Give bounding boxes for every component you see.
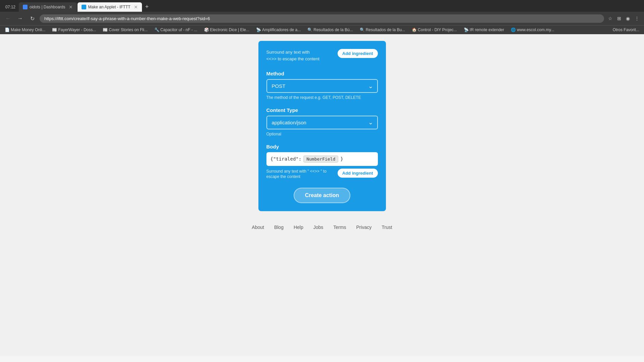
body-label: Body bbox=[266, 144, 378, 149]
method-hint: The method of the request e.g. GET, POST… bbox=[266, 95, 378, 101]
method-label: Method bbox=[266, 71, 378, 76]
body-note-escape: <<>> bbox=[310, 169, 319, 174]
bookmark-1[interactable]: 📄 Make Money Onli... bbox=[3, 27, 47, 33]
body-section: Body {"tiraled": NumberField } Surround … bbox=[266, 144, 378, 180]
bookmark8-label: Resultados de la Bu... bbox=[366, 27, 405, 32]
tab1-close-icon[interactable]: ✕ bbox=[69, 4, 73, 10]
bookmark9-favicon: 🏠 bbox=[412, 27, 416, 32]
tab2-label: Make an Applet - IFTTT bbox=[88, 5, 131, 9]
bookmark-2[interactable]: 📰 FayerWayer - Doss... bbox=[51, 27, 97, 33]
bookmark2-label: FayerWayer - Doss... bbox=[58, 27, 96, 32]
bookmark7-favicon: 🔍 bbox=[307, 27, 312, 32]
footer-link-help[interactable]: Help bbox=[294, 225, 303, 230]
bookmark7-label: Resultados de la Bú... bbox=[313, 27, 353, 32]
browser-chrome: 07:12 oidots | Dashboards ✕ Make an Appl… bbox=[0, 0, 644, 34]
bookmarks-bar: 📄 Make Money Onli... 📰 FayerWayer - Doss… bbox=[0, 25, 644, 34]
footer-link-privacy[interactable]: Privacy bbox=[356, 225, 371, 230]
body-input-wrapper[interactable]: {"tiraled": NumberField } bbox=[266, 152, 378, 166]
tab2-favicon bbox=[82, 5, 86, 9]
bookmark11-label: www.escol.com.my... bbox=[517, 27, 554, 32]
body-suffix: } bbox=[340, 156, 343, 162]
toolbar-actions: ☆ ⊞ ◉ ⋮ bbox=[607, 14, 641, 22]
tab-2[interactable]: Make an Applet - IFTTT ✕ bbox=[78, 2, 142, 12]
content-type-label: Content Type bbox=[266, 107, 378, 113]
top-note-escape: <<>> bbox=[266, 56, 277, 61]
body-ingredient-tag: NumberField bbox=[303, 156, 338, 163]
bookmark6-label: Amplificadores de a... bbox=[262, 27, 301, 32]
bookmark6-favicon: 📡 bbox=[256, 27, 261, 32]
bookmark11-favicon: 🌐 bbox=[511, 27, 515, 32]
add-ingredient-top-button[interactable]: Add ingredient bbox=[338, 49, 378, 58]
browser-tabs: 07:12 oidots | Dashboards ✕ Make an Appl… bbox=[0, 0, 644, 12]
tab1-favicon bbox=[23, 5, 28, 9]
method-section: Method GET POST PUT DELETE PATCH ⌄ The m… bbox=[266, 71, 378, 101]
bookmark9-label: Control - DIY Projec... bbox=[418, 27, 457, 32]
bookmark1-favicon: 📄 bbox=[5, 27, 9, 32]
content-type-hint: Optional bbox=[266, 131, 378, 137]
more-bookmarks-label: Otros Favorit... bbox=[613, 27, 639, 32]
bookmark5-label: Electronic Dice | Ele... bbox=[210, 27, 249, 32]
body-prefix: {"tiraled": bbox=[270, 156, 302, 162]
body-note-line1: Surround any text with " bbox=[266, 169, 309, 174]
reload-button[interactable]: ↻ bbox=[28, 14, 37, 23]
bookmark5-favicon: 🎲 bbox=[204, 27, 209, 32]
footer-link-jobs[interactable]: Jobs bbox=[313, 225, 324, 230]
body-note-row: Surround any text with " <<>> " to escap… bbox=[266, 169, 378, 180]
bookmark3-label: Cover Stories on Fli... bbox=[109, 27, 147, 32]
bookmark4-label: Capacitor uf - nF - ... bbox=[160, 27, 197, 32]
content-type-select-wrapper: application/json application/x-www-form-… bbox=[266, 116, 378, 129]
tab-1[interactable]: oidots | Dashboards ✕ bbox=[19, 2, 77, 12]
bookmark3-favicon: 📰 bbox=[103, 27, 107, 32]
bookmark-star-icon[interactable]: ☆ bbox=[607, 14, 614, 22]
browser-time: 07:12 bbox=[3, 3, 18, 11]
bookmark10-favicon: 📡 bbox=[464, 27, 468, 32]
bookmark-6[interactable]: 📡 Amplificadores de a... bbox=[255, 27, 302, 33]
method-select[interactable]: GET POST PUT DELETE PATCH bbox=[266, 79, 378, 93]
tab1-label: oidots | Dashboards bbox=[30, 5, 65, 9]
bookmark-9[interactable]: 🏠 Control - DIY Projec... bbox=[410, 27, 458, 33]
footer-link-about[interactable]: About bbox=[252, 225, 264, 230]
bookmark-3[interactable]: 📰 Cover Stories on Fli... bbox=[101, 27, 149, 33]
browser-toolbar: ← → ↻ ☆ ⊞ ◉ ⋮ bbox=[0, 12, 644, 25]
bookmark-8[interactable]: 🔍 Resultados de la Bu... bbox=[358, 27, 406, 33]
bookmark4-favicon: 🔧 bbox=[154, 27, 159, 32]
footer-link-terms[interactable]: Terms bbox=[333, 225, 346, 230]
top-note-section: Add ingredient Surround any text with <<… bbox=[266, 49, 378, 64]
bookmark-10[interactable]: 📡 IR remote extender bbox=[462, 27, 506, 33]
create-action-button[interactable]: Create action bbox=[294, 188, 350, 203]
address-bar[interactable] bbox=[40, 14, 604, 23]
bookmark-5[interactable]: 🎲 Electronic Dice | Ele... bbox=[203, 27, 251, 33]
page-content: Add ingredient Surround any text with <<… bbox=[0, 34, 644, 356]
forward-button[interactable]: → bbox=[15, 14, 25, 23]
footer-link-trust[interactable]: Trust bbox=[382, 225, 392, 230]
bookmark2-favicon: 📰 bbox=[52, 27, 57, 32]
bookmark8-favicon: 🔍 bbox=[360, 27, 364, 32]
action-form-card: Add ingredient Surround any text with <<… bbox=[258, 41, 386, 211]
content-type-select[interactable]: application/json application/x-www-form-… bbox=[266, 116, 378, 129]
new-tab-button[interactable]: + bbox=[143, 2, 152, 12]
content-type-section: Content Type application/json applicatio… bbox=[266, 107, 378, 137]
method-select-wrapper: GET POST PUT DELETE PATCH ⌄ bbox=[266, 79, 378, 93]
more-bookmarks-button[interactable]: Otros Favorit... bbox=[611, 27, 641, 33]
bookmark-4[interactable]: 🔧 Capacitor uf - nF - ... bbox=[153, 27, 199, 33]
profile-icon[interactable]: ◉ bbox=[625, 14, 631, 22]
body-note-text: Surround any text with " <<>> " to escap… bbox=[266, 169, 334, 180]
bookmark10-label: IR remote extender bbox=[470, 27, 504, 32]
bookmark1-label: Make Money Onli... bbox=[11, 27, 45, 32]
add-ingredient-body-button[interactable]: Add ingredient bbox=[338, 169, 378, 178]
page-footer: About Blog Help Jobs Terms Privacy Trust bbox=[252, 225, 392, 230]
menu-icon[interactable]: ⋮ bbox=[633, 14, 641, 22]
top-note-line2: to escape the content bbox=[278, 56, 319, 61]
top-note-line1: Surround any text with bbox=[266, 50, 310, 55]
back-button[interactable]: ← bbox=[3, 14, 13, 23]
extensions-icon[interactable]: ⊞ bbox=[616, 14, 623, 22]
bookmark-7[interactable]: 🔍 Resultados de la Bú... bbox=[306, 27, 354, 33]
bookmark-11[interactable]: 🌐 www.escol.com.my... bbox=[509, 27, 555, 33]
tab2-close-icon[interactable]: ✕ bbox=[134, 4, 138, 10]
footer-link-blog[interactable]: Blog bbox=[274, 225, 284, 230]
